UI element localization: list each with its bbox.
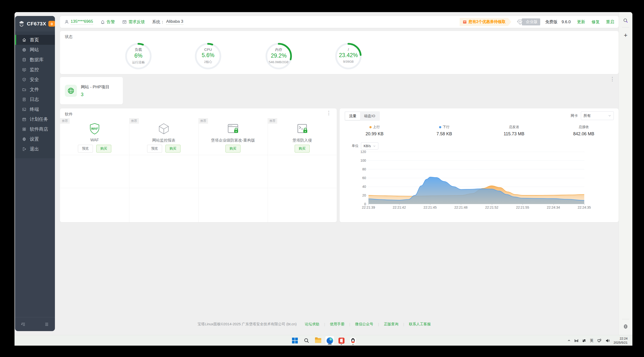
sidebar-item[interactable]: 网站	[15, 45, 55, 55]
footer-link[interactable]: 论坛求助	[300, 322, 324, 326]
sidebar-item-label: 监控	[30, 67, 39, 73]
software-item: 推荐 网站监控报表 预览购买	[129, 118, 198, 155]
cube-icon	[156, 122, 171, 136]
monitor-tab[interactable]: 流量	[345, 112, 360, 120]
repair-button[interactable]: 修复	[592, 19, 600, 25]
stat-value: 115.73 MB	[479, 131, 549, 137]
footer-link[interactable]: 微信公众号	[350, 322, 378, 326]
system-label: 系统：	[152, 19, 164, 25]
tray-sliders-icon[interactable]	[582, 338, 586, 343]
restart-button[interactable]: 重启	[606, 19, 614, 25]
sidebar-item[interactable]: 日志	[15, 94, 55, 104]
monitor-tabs: 流量磁盘IO	[344, 111, 380, 121]
start-button[interactable]	[290, 336, 300, 345]
search-icon[interactable]	[623, 18, 628, 23]
update-button[interactable]: 更新	[577, 19, 585, 25]
sidebar-item-label: 设置	[30, 136, 39, 142]
taskbar-search-icon[interactable]	[302, 336, 311, 345]
sidebar-item[interactable]: 数据库	[15, 55, 55, 65]
x-axis-tick: 22:24:34	[547, 205, 560, 209]
footer-link[interactable]: 正版查询	[379, 322, 403, 326]
user-account[interactable]: 135****6965	[64, 19, 93, 25]
sidebar-item-label: 软件商店	[30, 126, 48, 132]
traffic-stat: 总接收 842.06 MB	[549, 125, 618, 137]
tray-chevron-up-icon[interactable]	[567, 339, 571, 342]
tray-app-icon[interactable]	[574, 338, 578, 343]
status-gauge[interactable]: / 23.42% 9/39GB	[334, 42, 362, 70]
site-summary-card[interactable]: 网站 - PHP项目 3	[60, 77, 123, 104]
chevron-down-icon	[373, 145, 376, 147]
status-gauge[interactable]: 内存 29.2% 546.0MB/2GB	[265, 42, 293, 70]
software-action-button[interactable]: 预览	[147, 145, 162, 152]
sidebar: CF673X 0 首页 网站 数据库	[15, 16, 55, 331]
software-action-button[interactable]: 购买	[96, 145, 111, 152]
sidebar-item-label: 网站	[30, 47, 39, 53]
browser-side-strip: +	[618, 12, 632, 335]
enterprise-badge[interactable]: 企业版	[522, 19, 540, 26]
sidebar-item[interactable]: 终端	[15, 104, 55, 114]
server-name: CF673X	[27, 21, 46, 27]
traffic-chart[interactable]: 02040608010012022:21:3922:21:4222:21:452…	[368, 152, 584, 204]
row-more-menu-icon[interactable]: ⋮	[610, 78, 614, 80]
enterprise-entry[interactable]: 企业版	[516, 19, 540, 26]
sidebar-item[interactable]: 安全	[15, 75, 55, 85]
volume-icon[interactable]	[605, 338, 610, 343]
feedback-label[interactable]: 需求反馈	[128, 19, 145, 25]
nic-select[interactable]: 所有	[581, 111, 614, 120]
user-phone[interactable]: 135****6965	[71, 19, 93, 25]
terminal-icon	[22, 107, 26, 112]
sidebar-menu: 首页 网站 数据库 监控 安全	[15, 32, 55, 158]
message-count-badge[interactable]: 0	[48, 21, 55, 27]
add-icon[interactable]: +	[624, 32, 627, 39]
sidebar-item[interactable]: 软件商店	[15, 124, 55, 134]
x-axis-tick: 22:21:45	[424, 205, 437, 209]
chevron-down-icon	[608, 114, 611, 117]
sidebar-item[interactable]: 文件	[15, 85, 55, 94]
software-action-button[interactable]: 预览	[78, 145, 93, 152]
unit-label: 单位	[352, 144, 358, 148]
y-axis-tick: 40	[362, 185, 368, 189]
topbar: 135****6965 告警 需求反馈 系统：	[60, 16, 618, 28]
desktop: CF673X 0 首页 网站 数据库	[14, 12, 632, 346]
software-action-button[interactable]: 购买	[226, 145, 240, 152]
status-gauge[interactable]: 负载 6% 运行流畅	[124, 42, 152, 70]
x-axis-tick: 22:21:48	[454, 205, 468, 209]
alarm-label[interactable]: 告警	[107, 19, 115, 25]
file-explorer-icon[interactable]	[314, 336, 323, 345]
logo-row[interactable]: CF673X 0	[15, 16, 55, 32]
settings-gear-icon[interactable]	[623, 324, 628, 329]
sidebar-item[interactable]: 计划任务	[15, 114, 55, 124]
svg-text:WAF: WAF	[91, 127, 98, 130]
site-card-count[interactable]: 3	[81, 92, 109, 97]
footer-link[interactable]: 联系人工客服	[404, 322, 436, 326]
software-more-menu-icon[interactable]: ⋮	[326, 112, 331, 114]
terminal-lock-icon	[295, 122, 310, 136]
software-action-button[interactable]: 购买	[166, 145, 180, 152]
qq-icon[interactable]	[348, 336, 358, 345]
windows-taskbar: 英 22:24 2025/5/21	[14, 335, 632, 346]
status-gauge[interactable]: CPU 5.6% 2核心	[194, 42, 222, 70]
store-icon	[22, 127, 26, 131]
sidebar-item[interactable]: 设置	[15, 134, 55, 144]
sidebar-item[interactable]: 首页	[15, 35, 55, 45]
sidebar-item[interactable]: 监控	[15, 65, 55, 75]
unit-select[interactable]: KB/s	[361, 142, 378, 150]
network-icon[interactable]	[597, 338, 602, 343]
edge-browser-icon[interactable]	[325, 336, 334, 345]
sidebar-item[interactable]: 退出	[15, 144, 55, 154]
software-action-button[interactable]: 购买	[295, 145, 310, 152]
gear-icon	[22, 137, 26, 141]
alarm-entry[interactable]: 告警	[100, 19, 115, 25]
coupon-ribbon[interactable]: 您有2个优惠券待领取	[460, 18, 512, 26]
taskbar-clock[interactable]: 22:24 2025/5/21	[614, 336, 628, 345]
sidebar-item-label: 日志	[30, 96, 39, 103]
ime-language-indicator[interactable]: 英	[590, 338, 594, 343]
software-item: 推荐 堡塔企业级防篡改-重构版 购买	[198, 118, 268, 155]
feedback-entry[interactable]: 需求反馈	[122, 19, 145, 25]
red-app-icon[interactable]	[337, 336, 346, 345]
footer-link[interactable]: 使用手册	[325, 322, 349, 326]
system-value[interactable]: Alibaba 3	[166, 19, 184, 25]
topbar-right: 您有2个优惠券待领取 企业版 免费版 9.6.0 更新 修复 重启	[460, 18, 614, 26]
waf-shield-icon: WAF	[87, 122, 102, 136]
monitor-tab[interactable]: 磁盘IO	[360, 112, 379, 120]
